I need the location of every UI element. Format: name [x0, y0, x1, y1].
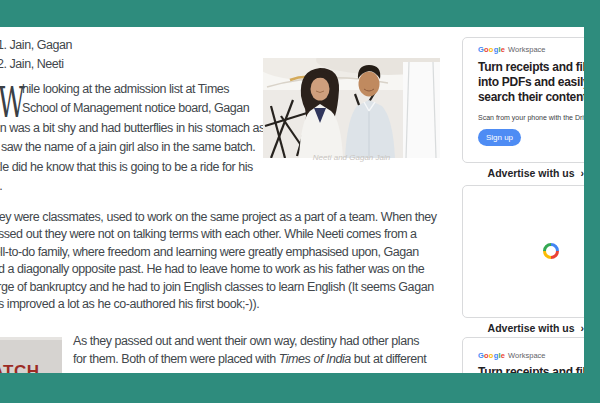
paragraph-line: Jain was a bit shy and had butterflies i…: [0, 121, 265, 135]
ad-card-loading[interactable]: [462, 185, 598, 318]
page: 1. Jain, Gagan 2. Jain, Neeti W hile loo…: [0, 0, 600, 403]
paragraph-text: but at different: [351, 352, 427, 366]
ad-subtext: Scan from your phone with the Drive app: [478, 114, 598, 121]
paragraph-line: he saw the name of a jain girl also in t…: [0, 140, 255, 154]
teal-right-bar: [584, 0, 600, 403]
google-logo: Google: [478, 45, 505, 54]
google-workspace-logo: GoogleWorkspace: [478, 351, 546, 360]
paragraph-line: verge of bankruptcy and he had to join E…: [0, 280, 434, 294]
paragraph-line: Little did he know that this is going to…: [0, 160, 253, 174]
paragraph-line: well-to-do family, where freedom and lea…: [0, 245, 419, 259]
paragraph-line: passed out they were not on talking term…: [0, 227, 417, 241]
loading-spinner-icon: [542, 242, 560, 260]
advertise-link[interactable]: Advertise with us›: [462, 167, 584, 179]
paragraph-text: for them. Both of them were placed with: [73, 352, 279, 366]
paragraph-line: hile looking at the admission list at Ti…: [22, 82, 229, 96]
paragraph-line: has improved a lot as he co-authored his…: [0, 297, 259, 311]
paragraph-line: had a diagonally opposite past. He had t…: [0, 262, 424, 276]
couple-photo-illustration: [263, 58, 440, 158]
teal-bottom-bar: [0, 373, 600, 403]
google-logo: Google: [478, 351, 505, 360]
workspace-label: Workspace: [508, 351, 545, 360]
publication-name: Times of India: [279, 352, 351, 366]
list-item: 2. Jain, Neeti: [0, 57, 64, 71]
list-item: 1. Jain, Gagan: [0, 38, 72, 52]
paragraph-line: As they passed out and went their own wa…: [73, 334, 419, 348]
advertise-link[interactable]: Advertise with us›: [462, 322, 584, 334]
google-workspace-logo: GoogleWorkspace: [478, 45, 546, 54]
paragraph-line: They were classmates, used to work on th…: [0, 210, 437, 224]
sign-up-button[interactable]: Sign up: [478, 129, 521, 146]
photo-caption: Neeti and Gagan Jain: [263, 153, 440, 162]
teal-top-bar: [0, 0, 600, 27]
ad-card-workspace-top[interactable]: GoogleWorkspace Turn receipts and files …: [462, 37, 598, 163]
paragraph-line: life.: [0, 179, 2, 193]
article-photo: [263, 58, 440, 158]
ad-headline: Turn receipts and files into PDFs and ea…: [478, 60, 598, 105]
paragraph-line: for them. Both of them were placed with …: [73, 352, 426, 366]
paragraph-line: School of Management notice board, Gagan: [22, 101, 249, 115]
workspace-label: Workspace: [508, 45, 545, 54]
